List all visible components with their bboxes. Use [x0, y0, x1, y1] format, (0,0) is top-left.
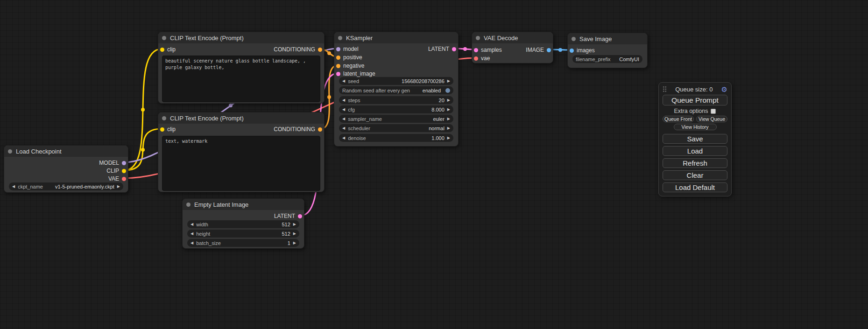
- extra-options-checkbox[interactable]: [711, 109, 716, 114]
- slot-dot-icon[interactable]: [160, 127, 164, 132]
- widget-filename-prefix[interactable]: filename_prefix ComfyUI: [572, 55, 642, 63]
- slot-dot-icon[interactable]: [336, 56, 340, 60]
- increment-arrow-icon[interactable]: ▶: [447, 126, 450, 130]
- node-load-checkpoint[interactable]: Load Checkpoint MODEL CLIP VAE ◀ ckpt_na…: [4, 145, 128, 193]
- increment-arrow-icon[interactable]: ▶: [293, 232, 296, 236]
- load-default-button[interactable]: Load Default: [663, 182, 727, 192]
- node-titlebar[interactable]: Save Image: [568, 33, 647, 44]
- input-slot-images[interactable]: images: [570, 46, 595, 55]
- decrement-arrow-icon[interactable]: ◀: [191, 241, 193, 245]
- slot-dot-icon[interactable]: [298, 214, 302, 218]
- collapse-dot-icon[interactable]: [572, 37, 576, 41]
- prompt-text-area[interactable]: beautiful scenery nature glass bottle la…: [162, 56, 320, 102]
- node-titlebar[interactable]: CLIP Text Encode (Prompt): [158, 32, 324, 43]
- increment-arrow-icon[interactable]: ▶: [117, 185, 120, 189]
- decrement-arrow-icon[interactable]: ◀: [191, 223, 193, 226]
- widget-batch-size[interactable]: ◀ batch_size 1 ▶: [187, 239, 299, 247]
- toggle-knob-icon[interactable]: [445, 88, 450, 93]
- widget-sampler-name[interactable]: ◀ sampler_name euler ▶: [339, 115, 453, 123]
- node-vae-decode[interactable]: VAE Decode samples vae IMAGE: [472, 32, 553, 63]
- slot-dot-icon[interactable]: [474, 56, 478, 61]
- decrement-arrow-icon[interactable]: ◀: [342, 79, 345, 83]
- collapse-dot-icon[interactable]: [162, 36, 166, 40]
- increment-arrow-icon[interactable]: ▶: [447, 136, 450, 140]
- node-clip-text-encode-negative[interactable]: CLIP Text Encode (Prompt) clip CONDITION…: [158, 112, 325, 192]
- decrement-arrow-icon[interactable]: ◀: [342, 117, 345, 121]
- widget-height[interactable]: ◀ height 512 ▶: [187, 230, 299, 238]
- node-titlebar[interactable]: CLIP Text Encode (Prompt): [158, 112, 324, 124]
- increment-arrow-icon[interactable]: ▶: [447, 98, 450, 102]
- decrement-arrow-icon[interactable]: ◀: [191, 232, 193, 236]
- slot-dot-icon[interactable]: [570, 49, 574, 53]
- input-slot-negative[interactable]: negative: [336, 62, 364, 70]
- load-button[interactable]: Load: [663, 146, 727, 156]
- output-slot-clip[interactable]: CLIP: [106, 167, 126, 175]
- input-slot-vae[interactable]: vae: [474, 54, 490, 63]
- node-titlebar[interactable]: KSampler: [334, 32, 458, 43]
- collapse-dot-icon[interactable]: [186, 203, 191, 207]
- output-slot-conditioning[interactable]: CONDITIONING: [274, 45, 322, 54]
- queue-front-button[interactable]: Queue Front: [663, 116, 694, 122]
- prompt-text-area[interactable]: text, watermark: [162, 136, 320, 191]
- view-queue-button[interactable]: View Queue: [696, 116, 727, 122]
- increment-arrow-icon[interactable]: ▶: [293, 223, 296, 226]
- node-graph-canvas[interactable]: Load Checkpoint MODEL CLIP VAE ◀ ckpt_na…: [0, 0, 868, 329]
- output-slot-latent[interactable]: LATENT: [274, 212, 302, 220]
- input-slot-clip[interactable]: clip: [160, 45, 176, 54]
- increment-arrow-icon[interactable]: ▶: [293, 241, 296, 245]
- decrement-arrow-icon[interactable]: ◀: [342, 108, 345, 112]
- decrement-arrow-icon[interactable]: ◀: [342, 98, 345, 102]
- widget-random-seed-toggle[interactable]: Random seed after every gen enabled: [339, 86, 453, 94]
- collapse-dot-icon[interactable]: [338, 36, 342, 40]
- slot-dot-icon[interactable]: [547, 48, 551, 52]
- slot-dot-icon[interactable]: [474, 48, 478, 52]
- node-clip-text-encode-positive[interactable]: CLIP Text Encode (Prompt) clip CONDITION…: [158, 32, 325, 104]
- widget-cfg[interactable]: ◀ cfg 8.000 ▶: [339, 105, 453, 113]
- widget-width[interactable]: ◀ width 512 ▶: [187, 220, 299, 228]
- refresh-button[interactable]: Refresh: [663, 158, 727, 168]
- output-slot-latent[interactable]: LATENT: [428, 45, 456, 53]
- node-titlebar[interactable]: Empty Latent Image: [183, 199, 304, 210]
- queue-prompt-button[interactable]: Queue Prompt: [663, 95, 727, 105]
- widget-ckpt-name[interactable]: ◀ ckpt_name v1-5-pruned-emaonly.ckpt ▶: [9, 182, 123, 190]
- input-slot-samples[interactable]: samples: [474, 46, 502, 54]
- node-save-image[interactable]: Save Image images filename_prefix ComfyU…: [567, 33, 648, 68]
- input-slot-clip[interactable]: clip: [160, 125, 176, 133]
- slot-dot-icon[interactable]: [336, 64, 340, 68]
- slot-dot-icon[interactable]: [452, 47, 456, 51]
- slot-dot-icon[interactable]: [336, 47, 340, 51]
- drag-handle-icon[interactable]: [663, 86, 667, 92]
- collapse-dot-icon[interactable]: [162, 116, 166, 120]
- settings-gear-icon[interactable]: ⚙: [721, 86, 727, 93]
- increment-arrow-icon[interactable]: ▶: [447, 79, 450, 83]
- view-history-button[interactable]: View History: [674, 124, 717, 130]
- widget-denoise[interactable]: ◀ denoise 1.000 ▶: [339, 134, 453, 142]
- slot-dot-icon[interactable]: [318, 127, 322, 132]
- decrement-arrow-icon[interactable]: ◀: [342, 136, 345, 140]
- slot-dot-icon[interactable]: [122, 177, 126, 181]
- widget-scheduler[interactable]: ◀ scheduler normal ▶: [339, 124, 453, 132]
- output-slot-model[interactable]: MODEL: [99, 159, 126, 167]
- slot-dot-icon[interactable]: [318, 48, 322, 52]
- node-titlebar[interactable]: Load Checkpoint: [4, 146, 128, 157]
- increment-arrow-icon[interactable]: ▶: [447, 117, 450, 121]
- clear-button[interactable]: Clear: [663, 170, 727, 180]
- output-slot-image[interactable]: IMAGE: [526, 46, 551, 54]
- increment-arrow-icon[interactable]: ▶: [447, 108, 450, 112]
- node-titlebar[interactable]: VAE Decode: [472, 32, 553, 43]
- output-slot-vae[interactable]: VAE: [108, 175, 126, 183]
- widget-seed[interactable]: ◀ seed 156680208700286 ▶: [339, 77, 453, 85]
- decrement-arrow-icon[interactable]: ◀: [342, 126, 345, 130]
- widget-steps[interactable]: ◀ steps 20 ▶: [339, 96, 453, 104]
- output-slot-conditioning[interactable]: CONDITIONING: [274, 125, 322, 133]
- slot-dot-icon[interactable]: [336, 72, 340, 76]
- node-empty-latent-image[interactable]: Empty Latent Image LATENT ◀ width 512 ▶ …: [182, 198, 304, 249]
- slot-dot-icon[interactable]: [160, 48, 164, 52]
- input-slot-model[interactable]: model: [336, 45, 359, 53]
- collapse-dot-icon[interactable]: [8, 149, 12, 154]
- slot-dot-icon[interactable]: [122, 169, 126, 173]
- decrement-arrow-icon[interactable]: ◀: [12, 185, 15, 189]
- slot-dot-icon[interactable]: [122, 161, 126, 165]
- node-ksampler[interactable]: KSampler model positive negative latent_…: [334, 32, 459, 147]
- input-slot-positive[interactable]: positive: [336, 53, 362, 62]
